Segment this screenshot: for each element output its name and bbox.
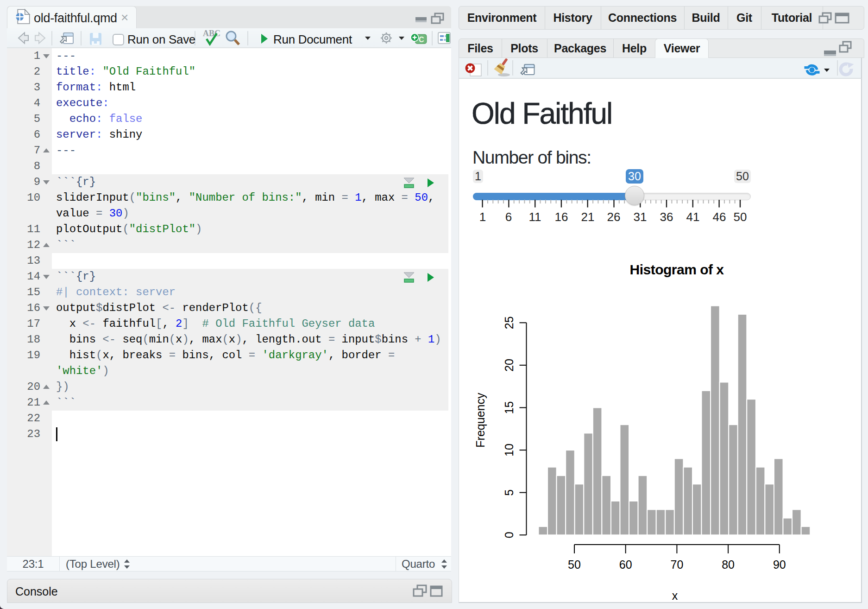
svg-text:60: 60 xyxy=(619,558,632,571)
svg-text:20: 20 xyxy=(503,359,516,372)
svg-text:Frequency: Frequency xyxy=(474,393,487,448)
svg-text:70: 70 xyxy=(670,558,683,571)
svg-text:C: C xyxy=(419,36,424,44)
svg-text:x: x xyxy=(672,589,678,602)
svg-text:Histogram of x: Histogram of x xyxy=(629,262,724,277)
svg-text:15: 15 xyxy=(503,401,516,414)
svg-text:50: 50 xyxy=(568,558,581,571)
svg-text:5: 5 xyxy=(503,489,516,496)
svg-text:90: 90 xyxy=(773,558,786,571)
svg-text:ABC: ABC xyxy=(203,29,220,38)
svg-text:25: 25 xyxy=(503,316,516,329)
svg-text:10: 10 xyxy=(503,444,516,457)
svg-text:0: 0 xyxy=(503,532,516,538)
svg-text:80: 80 xyxy=(722,558,735,571)
